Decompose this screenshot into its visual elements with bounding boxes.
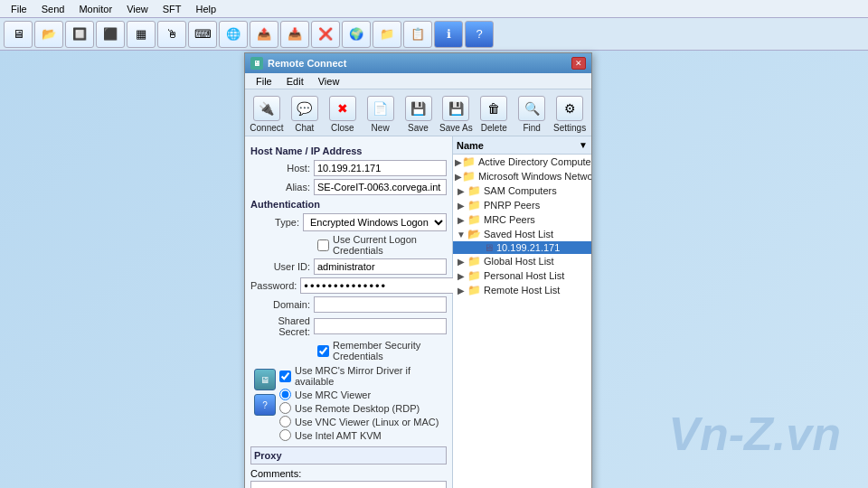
- toolbar-btn-8[interactable]: 🌐: [219, 21, 248, 48]
- toolbar-btn-13[interactable]: 📁: [373, 21, 401, 48]
- mrc-icon: 🖥: [254, 369, 276, 390]
- use-mrc-label: Use MRC Viewer: [295, 389, 371, 400]
- toolbar-info[interactable]: ℹ: [434, 21, 463, 48]
- toolbar-save[interactable]: 💾 Save: [401, 96, 437, 136]
- app-toolbar: 🖥 📂 🔲 ⬛ ▦ 🖱 ⌨ 🌐 📤 📥 ❌ 🌍 📁 📋 ℹ ?: [0, 18, 868, 51]
- tree-remote-label: Remote Host List: [484, 285, 560, 296]
- comments-section: Comments:: [250, 468, 447, 488]
- toolbar-btn-7[interactable]: ⌨: [188, 21, 217, 48]
- help-icon: ?: [254, 394, 276, 416]
- host-label: Host:: [250, 163, 314, 174]
- menu-file[interactable]: File: [4, 2, 34, 16]
- toolbar-chat[interactable]: 💬 Chat: [287, 96, 323, 136]
- tree-windows-label: Microsoft Windows Network: [478, 171, 591, 182]
- use-vnc-radio[interactable]: [279, 416, 291, 427]
- menu-send[interactable]: Send: [34, 2, 72, 16]
- password-input[interactable]: [300, 277, 459, 294]
- menu-view[interactable]: View: [119, 2, 156, 16]
- tree-item-mrc[interactable]: ▶ 📁 MRC Peers: [453, 212, 591, 227]
- tree-dropdown-icon[interactable]: ▼: [579, 140, 588, 150]
- dialog-menu-edit[interactable]: Edit: [279, 75, 311, 88]
- toolbar-btn-14[interactable]: 📋: [403, 21, 432, 48]
- folder-mrc-icon: 📁: [467, 213, 481, 226]
- right-panel: Name ▼ ▶ 📁 Active Directory Computers ▶ …: [453, 136, 591, 488]
- radio-mrc-row: Use MRC Viewer: [279, 389, 447, 400]
- tree-item-pnrp[interactable]: ▶ 📁 PNRP Peers: [453, 198, 591, 212]
- expand-pnrp: ▶: [455, 201, 467, 211]
- folder-ad-icon: 📁: [462, 155, 476, 168]
- shared-secret-label: Shared Secret:: [250, 315, 314, 337]
- toolbar-find[interactable]: 🔍 Find: [514, 96, 550, 136]
- settings-label: Settings: [553, 123, 586, 133]
- tree-item-ip[interactable]: 🖥 10.199.21.171: [453, 241, 591, 254]
- alias-input[interactable]: [314, 179, 447, 195]
- toolbar-btn-5[interactable]: ▦: [127, 21, 156, 48]
- toolbar-btn-11[interactable]: ❌: [311, 21, 340, 48]
- dialog-icon: 🖥: [250, 57, 263, 70]
- tree-item-ad[interactable]: ▶ 📁 Active Directory Computers: [453, 155, 591, 169]
- toolbar-btn-2[interactable]: 📂: [34, 21, 63, 48]
- tree-item-saved[interactable]: ▼ 📂 Saved Host List: [453, 227, 591, 241]
- toolbar-close[interactable]: ✖ Close: [325, 96, 361, 136]
- tree-item-personal[interactable]: ▶ 📁 Personal Host List: [453, 268, 591, 283]
- alias-label: Alias:: [250, 182, 314, 192]
- use-mrc-radio[interactable]: [279, 389, 291, 400]
- expand-personal: ▶: [455, 271, 467, 281]
- use-current-creds-label: Use Current Logon Credentials: [333, 234, 447, 256]
- shared-secret-field-row: Shared Secret:: [250, 315, 447, 337]
- save-icon: 💾: [405, 96, 432, 121]
- menu-sft[interactable]: SFT: [156, 2, 189, 16]
- userid-input[interactable]: [314, 258, 447, 275]
- tree-header: Name ▼: [453, 136, 591, 155]
- toolbar-help[interactable]: ?: [465, 21, 494, 48]
- alias-field-row: Alias:: [250, 179, 447, 195]
- menu-monitor[interactable]: Monitor: [71, 2, 119, 16]
- app-menubar: File Send Monitor View SFT Help: [0, 0, 868, 18]
- host-input[interactable]: [314, 160, 447, 176]
- connect-icon: 🔌: [253, 96, 280, 121]
- left-panel: Host Name / IP Address Host: Alias: Auth…: [245, 136, 453, 488]
- tree-item-remote[interactable]: ▶ 📁 Remote Host List: [453, 283, 591, 297]
- toolbar-btn-4[interactable]: ⬛: [96, 21, 125, 48]
- toolbar-btn-9[interactable]: 📤: [250, 21, 278, 48]
- dialog-menubar: File Edit View: [245, 73, 591, 89]
- use-current-creds-checkbox[interactable]: [317, 239, 329, 251]
- use-mirror-checkbox[interactable]: [279, 371, 291, 382]
- toolbar-btn-1[interactable]: 🖥: [4, 21, 33, 48]
- toolbar-btn-3[interactable]: 🔲: [65, 21, 94, 48]
- domain-input[interactable]: [314, 296, 447, 313]
- chat-icon: 💬: [291, 96, 318, 121]
- shared-secret-input[interactable]: [314, 318, 447, 334]
- comments-input[interactable]: [250, 481, 447, 488]
- toolbar-settings[interactable]: ⚙ Settings: [552, 96, 588, 136]
- toolbar-delete[interactable]: 🗑 Delete: [476, 96, 512, 136]
- folder-pnrp-icon: 📁: [467, 199, 481, 211]
- connect-label: Connect: [250, 123, 283, 133]
- dialog-close-button[interactable]: ✕: [571, 57, 586, 70]
- type-select[interactable]: Encrypted Windows Logon: [303, 213, 447, 231]
- remember-creds-checkbox[interactable]: [317, 345, 329, 357]
- dialog-titlebar: 🖥 Remote Connect ✕: [245, 53, 591, 73]
- use-amt-radio[interactable]: [279, 429, 291, 441]
- settings-icon: ⚙: [556, 96, 583, 121]
- tree-saved-label: Saved Host List: [484, 229, 553, 239]
- tree-item-windows[interactable]: ▶ 📁 Microsoft Windows Network: [453, 169, 591, 183]
- tree-item-sam[interactable]: ▶ 📁 SAM Computers: [453, 183, 591, 198]
- options-area: 🖥 ? Use MRC's Mirror Driver if available…: [250, 365, 447, 443]
- toolbar-new[interactable]: 📄 New: [363, 96, 399, 136]
- toolbar-save-as[interactable]: 💾 Save As: [438, 96, 474, 136]
- dialog-toolbar: 🔌 Connect 💬 Chat ✖ Close 📄 New 💾 Save 💾: [245, 89, 591, 136]
- toolbar-btn-12[interactable]: 🌍: [342, 21, 371, 48]
- dialog-menu-view[interactable]: View: [311, 75, 347, 88]
- toolbar-connect[interactable]: 🔌 Connect: [249, 96, 285, 136]
- dialog-menu-file[interactable]: File: [249, 75, 279, 88]
- watermark: Vn-Z.vn: [668, 407, 841, 461]
- toolbar-btn-10[interactable]: 📥: [280, 21, 309, 48]
- domain-field-row: Domain:: [250, 296, 447, 313]
- tree-item-global[interactable]: ▶ 📁 Global Host List: [453, 254, 591, 268]
- dialog-title: Remote Connect: [268, 58, 346, 69]
- menu-help[interactable]: Help: [189, 2, 224, 16]
- proxy-section-title: Proxy: [250, 446, 447, 465]
- use-rdp-radio[interactable]: [279, 402, 291, 414]
- toolbar-btn-6[interactable]: 🖱: [157, 21, 186, 48]
